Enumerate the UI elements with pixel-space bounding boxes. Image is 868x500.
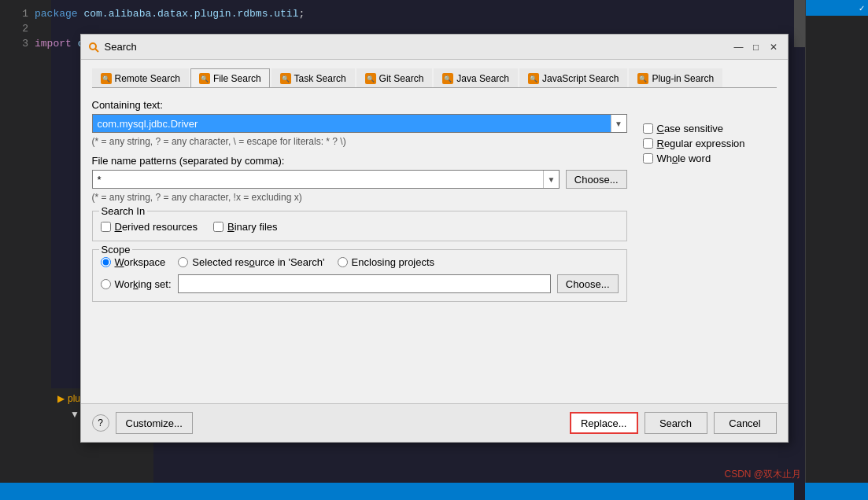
scope-group: Scope Workspace Selected resource in 'Se… — [92, 249, 627, 302]
derived-resources-label: Derived resources — [115, 221, 198, 233]
tab-plugin-label: Plug-in Search — [652, 73, 714, 84]
enclosing-projects-radio-label[interactable]: Enclosing projects — [338, 256, 435, 268]
containing-text-dropdown: ▼ — [92, 114, 627, 133]
tab-javascript-label: JavaScript Search — [542, 73, 619, 84]
dialog-titlebar[interactable]: Search — □ ✕ — [81, 35, 788, 60]
tab-java[interactable]: 🔍 Java Search — [434, 68, 518, 88]
whole-word-label: Whole word — [657, 153, 711, 164]
filename-patterns-dropdown: ▼ — [92, 170, 560, 189]
tab-java-label: Java Search — [456, 73, 509, 84]
containing-text-hint: (* = any string, ? = any character, \ = … — [92, 136, 627, 147]
tab-git[interactable]: 🔍 Git Search — [356, 68, 433, 88]
search-in-group: Search In Derived resources Binary files — [92, 211, 627, 241]
dialog-footer: ? Customize... Replace... Search Cancel — [81, 403, 788, 442]
workspace-radio[interactable] — [101, 257, 111, 267]
options-checkboxes: Case sensitive Regular expression Whole … — [643, 123, 777, 164]
filename-patterns-dropdown-arrow[interactable]: ▼ — [543, 171, 559, 188]
tab-task-icon: 🔍 — [280, 73, 291, 84]
containing-text-dropdown-arrow[interactable]: ▼ — [611, 115, 626, 132]
tab-javascript[interactable]: 🔍 JavaScript Search — [519, 68, 627, 88]
tab-java-icon: 🔍 — [442, 73, 453, 84]
filename-patterns-label: File name patterns (separated by comma): — [92, 155, 627, 167]
tab-file-icon: 🔍 — [199, 73, 210, 84]
working-set-input[interactable] — [178, 274, 551, 293]
dialog-overlay: Search — □ ✕ 🔍 Remote Search 🔍 File Sear… — [0, 0, 868, 500]
tab-task[interactable]: 🔍 Task Search — [271, 68, 355, 88]
containing-text-label: Containing text: — [92, 99, 627, 111]
dialog-content: 🔍 Remote Search 🔍 File Search 🔍 Task Sea… — [81, 60, 788, 403]
working-set-row: Working set: Choose... — [101, 274, 619, 293]
form-right: Case sensitive Regular expression Whole … — [643, 99, 777, 310]
help-button[interactable]: ? — [92, 414, 109, 432]
filename-patterns-input[interactable] — [93, 171, 543, 188]
search-in-checkboxes: Derived resources Binary files — [101, 218, 619, 233]
derived-resources-checkbox[interactable] — [101, 222, 111, 232]
binary-files-checkbox[interactable] — [213, 222, 223, 232]
working-set-radio[interactable] — [101, 279, 111, 289]
regular-expression-checkbox-label[interactable]: Regular expression — [643, 138, 777, 149]
case-sensitive-label: Case sensitive — [657, 123, 724, 134]
minimize-button[interactable]: — — [731, 39, 747, 55]
case-sensitive-checkbox-label[interactable]: Case sensitive — [643, 123, 777, 134]
working-set-radio-label[interactable]: Working set: — [101, 278, 172, 290]
search-in-label: Search In — [99, 205, 148, 217]
filename-choose-button[interactable]: Choose... — [566, 170, 627, 189]
containing-text-input[interactable] — [93, 115, 611, 132]
working-set-choose-button[interactable]: Choose... — [557, 274, 619, 293]
whole-word-checkbox[interactable] — [643, 153, 653, 164]
maximize-button[interactable]: □ — [748, 39, 764, 55]
cancel-button[interactable]: Cancel — [714, 412, 777, 434]
tab-file-label: File Search — [213, 73, 261, 84]
regular-expression-checkbox[interactable] — [643, 138, 653, 149]
containing-text-row: ▼ — [92, 114, 627, 133]
tab-remote-label: Remote Search — [115, 73, 180, 84]
whole-word-checkbox-label[interactable]: Whole word — [643, 153, 777, 164]
regular-expression-label: Regular expression — [657, 138, 745, 149]
working-set-label: Working set: — [115, 278, 172, 290]
dialog-title-text: Search — [105, 41, 729, 53]
tab-bar: 🔍 Remote Search 🔍 File Search 🔍 Task Sea… — [92, 68, 777, 88]
containing-text-section: Containing text: ▼ (* = any string, ? = … — [92, 99, 627, 147]
search-button[interactable]: Search — [645, 412, 707, 434]
tab-git-icon: 🔍 — [365, 73, 376, 84]
search-dialog: Search — □ ✕ 🔍 Remote Search 🔍 File Sear… — [80, 34, 789, 443]
tab-remote-icon: 🔍 — [101, 73, 112, 84]
workspace-radio-label[interactable]: Workspace — [101, 256, 166, 268]
main-form-area: Containing text: ▼ (* = any string, ? = … — [92, 99, 777, 310]
close-button[interactable]: ✕ — [766, 39, 781, 55]
tab-task-label: Task Search — [294, 73, 346, 84]
scope-row-1: Workspace Selected resource in 'Search' … — [101, 256, 619, 268]
dialog-title-icon — [87, 41, 100, 53]
tab-remote[interactable]: 🔍 Remote Search — [92, 68, 189, 88]
filename-hint: (* = any string, ? = any character, !x =… — [92, 192, 627, 203]
derived-resources-checkbox-label[interactable]: Derived resources — [101, 221, 198, 233]
case-sensitive-checkbox[interactable] — [643, 123, 653, 134]
form-left: Containing text: ▼ (* = any string, ? = … — [92, 99, 627, 310]
tab-git-label: Git Search — [379, 73, 424, 84]
selected-resource-radio-label[interactable]: Selected resource in 'Search' — [178, 256, 324, 268]
workspace-label: Workspace — [115, 256, 166, 268]
binary-files-checkbox-label[interactable]: Binary files — [213, 221, 278, 233]
customize-button[interactable]: Customize... — [116, 412, 193, 434]
enclosing-projects-label: Enclosing projects — [352, 256, 435, 268]
binary-files-label: Binary files — [227, 221, 278, 233]
svg-line-1 — [95, 49, 98, 52]
replace-button[interactable]: Replace... — [570, 412, 638, 434]
enclosing-projects-radio[interactable] — [338, 257, 348, 267]
selected-resource-label: Selected resource in 'Search' — [192, 256, 324, 268]
tab-plugin[interactable]: 🔍 Plug-in Search — [629, 68, 722, 88]
tab-file[interactable]: 🔍 File Search — [190, 68, 270, 88]
svg-point-0 — [90, 43, 96, 50]
tab-javascript-icon: 🔍 — [528, 73, 539, 84]
filename-patterns-row: ▼ Choose... — [92, 170, 627, 189]
selected-resource-radio[interactable] — [178, 257, 188, 267]
scope-label: Scope — [99, 244, 133, 256]
filename-patterns-section: File name patterns (separated by comma):… — [92, 155, 627, 203]
tab-plugin-icon: 🔍 — [637, 73, 648, 84]
